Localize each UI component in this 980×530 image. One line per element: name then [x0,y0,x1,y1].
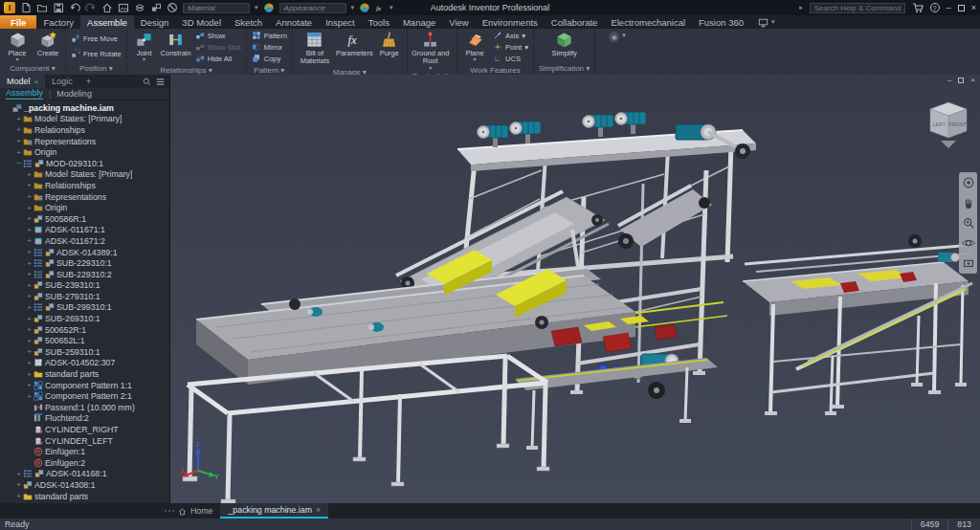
simplify-button[interactable]: Simplify [550,30,579,57]
tree-expander[interactable]: + [14,115,23,123]
tree-item[interactable]: +standard parts [0,368,169,380]
tree-item[interactable]: +standard parts [0,491,169,502]
tree-item[interactable]: +SUB-229310:1 [0,257,169,269]
look-at-icon[interactable] [962,256,975,270]
tab-factory[interactable]: Factory [36,15,80,29]
hide-all-button[interactable]: Hide All [193,53,243,64]
ucs-button[interactable]: UCS [491,53,530,64]
create-button[interactable]: Create [33,30,62,57]
tree-item[interactable]: +ADSK-014502:307 [0,358,169,369]
subtab-assembly[interactable]: Assembly [6,88,43,99]
point-button[interactable]: Point ▾ [491,41,530,53]
doc-minimize-button[interactable]: – [947,76,951,84]
material-dropdown[interactable]: Material [183,3,250,13]
tree-expander[interactable]: − [14,159,23,167]
tab-assemble[interactable]: Assemble [80,15,134,29]
tree-expander[interactable]: + [25,370,33,379]
purge-button[interactable]: Purge [375,30,404,57]
browser-tab-logic[interactable]: Logic [45,75,79,88]
doc-restore-button[interactable] [958,77,964,83]
tree-expander[interactable]: + [25,325,33,334]
tree-expander[interactable]: + [14,480,23,489]
browser-tab-model[interactable]: Model× [0,75,45,88]
material-color-wheel-icon[interactable] [263,2,275,13]
group-label-simplification[interactable]: Simplification ▾ [534,63,594,75]
tree-item[interactable]: +ADSK-011671:2 [0,235,169,247]
tree-item[interactable]: −MOD-029310:1 [0,158,169,169]
constrain-button[interactable]: Constrain [161,30,191,57]
tree-item[interactable]: +Representations [0,191,169,203]
tab-fusion-360[interactable]: Fusion 360 [692,15,750,29]
tree-item[interactable]: +SUB-299310:1 [0,302,169,314]
search-input[interactable] [810,3,905,13]
doc-tab-close-icon[interactable]: × [316,505,321,515]
tab-view[interactable]: View [442,15,475,29]
tree-item[interactable]: Passend:1 (10.000 mm) [0,402,169,413]
tree-item[interactable]: +ADSK-014308:1 [0,479,169,491]
tree-item[interactable]: +500652L:1 [0,335,169,346]
tab-electromechanical[interactable]: Electromechanical [604,15,692,29]
joint-button[interactable]: Joint▾ [130,30,159,61]
browser-search-icon[interactable] [143,77,151,86]
home-icon[interactable] [101,2,113,13]
tree-item[interactable]: +Origin [0,202,169,213]
window-minimize-button[interactable]: – [947,4,951,12]
tree-expander[interactable]: + [25,281,33,290]
search-chevron-icon[interactable]: ▸ [799,4,803,11]
ribbon-extra-tool[interactable]: ◉▾ [595,29,626,75]
doc-close-button[interactable]: × [970,76,975,84]
no-override-icon[interactable] [167,2,178,13]
redo-icon[interactable] [85,2,97,13]
tab-collaborate[interactable]: Collaborate [545,15,605,29]
tab-environments[interactable]: Environments [476,15,545,29]
browser-menu-icon[interactable] [156,77,165,86]
app-logo-icon[interactable]: I [4,2,15,13]
window-restore-button[interactable] [958,5,965,11]
tab-inspect[interactable]: Inspect [319,15,362,29]
copy-button[interactable]: Copy [250,53,289,64]
tree-item[interactable]: +Representations [0,136,169,147]
tree-expander[interactable]: + [25,292,33,300]
tree-expander[interactable]: + [25,214,33,223]
tree-item[interactable]: +500652R:1 [0,324,169,336]
fusion-extra-tool[interactable]: ▾ [752,15,781,29]
group-label-position[interactable]: Position ▾ [66,63,126,75]
undo-icon[interactable] [69,2,80,13]
tree-item[interactable]: +Relationships [0,124,169,136]
layers-icon[interactable] [134,2,145,13]
show-sick-button[interactable]: Show Sick [193,41,243,53]
free-rotate-button[interactable]: Free Rotate [69,48,123,59]
show-button[interactable]: Show [193,30,243,41]
tree-item[interactable]: +ADSK-014389:1 [0,247,169,258]
plane-button[interactable]: Plane▾ [460,30,489,61]
pan-icon[interactable] [962,196,975,210]
appearance-color-wheel-icon[interactable] [359,2,370,13]
store-cart-icon[interactable] [912,2,924,13]
tab-bar-grip[interactable] [165,510,167,512]
tab-design[interactable]: Design [134,15,176,29]
tree-item[interactable]: Einfügen:1 [0,446,169,457]
tree-expander[interactable]: + [14,148,23,157]
tree-expander[interactable]: + [14,492,23,500]
tree-expander[interactable]: + [25,347,33,356]
tree-expander[interactable]: + [25,303,33,312]
tree-expander[interactable]: + [25,381,33,389]
qat-customize-arrow[interactable]: ▾ [390,4,393,11]
viewcube-chevron[interactable] [941,141,956,148]
tree-item[interactable]: +Component Pattern 1:1 [0,380,169,391]
tab-sketch[interactable]: Sketch [228,15,269,29]
tree-expander[interactable]: + [14,125,23,134]
doc-tab-packing-machine[interactable]: _packing machine.iam× [220,503,328,519]
tab-annotate[interactable]: Annotate [269,15,319,29]
navigation-wheel-icon[interactable] [962,176,975,189]
orbit-icon[interactable] [962,236,975,250]
tree-item[interactable]: +ADSK-014168:1 [0,469,169,480]
tree-item[interactable]: +Model States: [Primary] [0,169,169,181]
tree-item[interactable]: Fluchtend:2 [0,413,169,425]
pattern-button[interactable]: Pattern [250,30,289,41]
tree-expander[interactable]: + [25,170,33,179]
tree-item[interactable]: +SUB-269310:1 [0,313,169,324]
tree-expander[interactable]: + [25,192,33,201]
tree-item[interactable]: +500586R:1 [0,213,169,225]
tree-item[interactable]: +SUB-279310:1 [0,291,169,302]
